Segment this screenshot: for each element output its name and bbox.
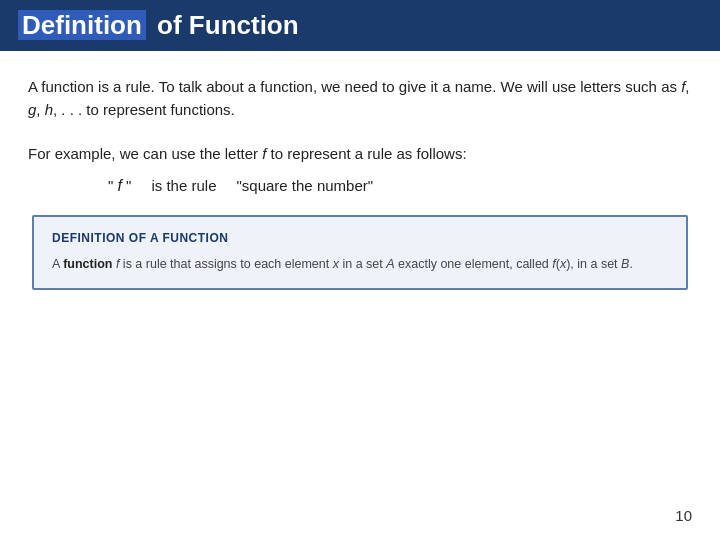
rule-connector: is the rule: [151, 177, 216, 194]
definition-box-body: A function f is a rule that assigns to e…: [52, 255, 668, 274]
definition-box: DEFINITION OF A FUNCTION A function f is…: [32, 215, 688, 290]
title-highlight: Definition: [18, 10, 146, 40]
rule-description: "square the number": [237, 177, 374, 194]
main-content: A function is a rule. To talk about a fu…: [0, 51, 720, 310]
definition-box-title: DEFINITION OF A FUNCTION: [52, 231, 668, 245]
example-paragraph: For example, we can use the letter f to …: [28, 142, 692, 165]
page-number: 10: [675, 507, 692, 524]
page-title: Definition of Function: [18, 10, 299, 41]
rule-function-name: " f ": [108, 177, 131, 195]
intro-paragraph: A function is a rule. To talk about a fu…: [28, 75, 692, 122]
rule-line: " f " is the rule "square the number": [108, 177, 692, 195]
header-bar: Definition of Function: [0, 0, 720, 51]
